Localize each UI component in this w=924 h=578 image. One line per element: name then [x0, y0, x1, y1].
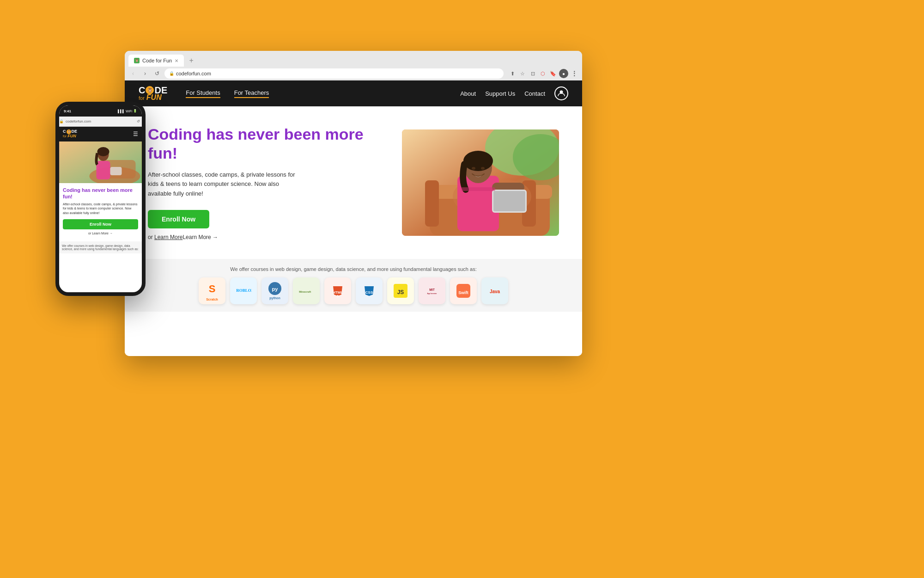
hero-image-svg [402, 129, 559, 236]
svg-rect-25 [461, 187, 495, 191]
forward-button[interactable]: › [140, 69, 150, 78]
lang-css3-icon: CSS [356, 277, 383, 304]
lang-html5-icon: HTML 5 [324, 277, 351, 304]
svg-point-22 [463, 151, 493, 171]
phone-hero-title: Coding has never been more fun! [63, 187, 138, 200]
site-logo: C 🦉 DE for FUN [139, 86, 167, 101]
browser-active-tab[interactable]: 🦉 Code for Fun ✕ [128, 55, 184, 67]
lang-python-icon: py python [261, 277, 288, 304]
svg-rect-20 [493, 191, 525, 211]
phone-hero-content: Coding has never been more fun! After-sc… [59, 183, 142, 239]
phone-logo-for: for [63, 135, 67, 138]
hero-title: Coding has never been more fun! [148, 125, 383, 163]
lang-scratch-icon: S Scratch [199, 277, 225, 304]
wifi-icon: WiFi [126, 110, 132, 113]
svg-text:HTML: HTML [333, 290, 343, 295]
browser-window: 🦉 Code for Fun ✕ + ‹ › ↺ 🔒 codeforfun.co… [125, 51, 582, 356]
phone-logo-fun: FUN [67, 134, 76, 139]
svg-text:Java: Java [490, 289, 500, 294]
lang-minecraft-icon: Minecraft [293, 277, 320, 304]
phone-status-icons: ▌▌▌ WiFi 🔋 [118, 109, 137, 113]
hero-section: Coding has never been more fun! After-sc… [125, 106, 582, 259]
nav-for-students[interactable]: For Students [186, 89, 220, 98]
mobile-phone: 9:41 ▌▌▌ WiFi 🔋 🔒 codeforfun.com ↺ C 🦉 D… [55, 102, 146, 296]
lang-js-icon: JS [387, 277, 414, 304]
lang-mit-icon: MIT App Inventor [419, 277, 445, 304]
back-button[interactable]: ‹ [128, 69, 138, 78]
nav-for-teachers[interactable]: For Teachers [234, 89, 269, 98]
lang-roblox-icon: ROBLOX [230, 277, 257, 304]
phone-learn-more[interactable]: or Learn More → [63, 232, 138, 235]
svg-text:App Inventor: App Inventor [427, 293, 438, 295]
phone-content: 🔒 codeforfun.com ↺ C 🦉 DE for FUN ☰ [59, 117, 142, 292]
phone-languages-text: We offer courses in web design, game des… [62, 244, 139, 251]
languages-description: We offer courses in web design, game des… [230, 266, 476, 272]
svg-rect-5 [110, 167, 122, 175]
tab-title: Code for Fun [142, 58, 172, 63]
svg-text:JS: JS [397, 289, 404, 295]
site-nav-right: About Support Us Contact [460, 86, 568, 100]
svg-text:py: py [272, 286, 279, 292]
star-icon[interactable]: ☆ [518, 69, 527, 78]
refresh-button[interactable]: ↺ [152, 69, 162, 78]
phone-enroll-button[interactable]: Enroll Now [63, 219, 138, 229]
phone-lock-icon: 🔒 [59, 119, 64, 123]
svg-text:S: S [209, 283, 216, 295]
phone-menu-icon[interactable]: ☰ [133, 131, 138, 137]
svg-rect-13 [425, 180, 439, 227]
learn-more-prefix: or [148, 234, 153, 240]
learn-more-link-text: Learn More [182, 234, 213, 240]
logo-for: for [139, 96, 145, 101]
learn-more-arrow: → [213, 234, 218, 240]
extension-icon[interactable]: ⬡ [539, 69, 547, 78]
svg-point-24 [481, 167, 485, 170]
phone-languages-section: We offer courses in web design, game des… [59, 241, 142, 253]
svg-text:5: 5 [337, 295, 339, 297]
lang-java-icon: Java [481, 277, 508, 304]
address-url: codeforfun.com [176, 71, 211, 76]
phone-url-bar[interactable]: 🔒 codeforfun.com ↺ [59, 117, 142, 127]
logo-fun: FUN [146, 94, 162, 101]
learn-more-section: or Learn MoreLearn More → [148, 234, 383, 240]
learn-more-link[interactable]: Learn More [154, 234, 182, 240]
hero-text: Coding has never been more fun! After-sc… [148, 125, 383, 240]
phone-status-bar: 9:41 ▌▌▌ WiFi 🔋 [59, 105, 142, 117]
camera-icon[interactable]: ⊡ [529, 69, 537, 78]
hero-description: After-school classes, code camps, & priv… [148, 170, 296, 199]
battery-icon: 🔋 [133, 109, 137, 113]
browser-action-icons: ⬆ ☆ ⊡ ⬡ 🔖 ● ⋮ [508, 69, 578, 78]
hero-image [402, 129, 559, 236]
address-bar[interactable]: 🔒 codeforfun.com [164, 68, 504, 79]
site-profile-icon[interactable] [554, 86, 568, 100]
svg-rect-4 [97, 161, 110, 179]
nav-about[interactable]: About [460, 90, 476, 97]
phone-logo-code: C [63, 129, 66, 134]
svg-text:CSS: CSS [365, 290, 373, 295]
svg-text:Minecraft: Minecraft [299, 290, 311, 293]
nav-support-us[interactable]: Support Us [485, 90, 515, 97]
bookmark-icon[interactable]: 🔖 [549, 69, 557, 78]
phone-hero-image [59, 141, 142, 183]
phone-navbar: C 🦉 DE for FUN ☰ [59, 127, 142, 141]
address-lock-icon: 🔒 [169, 71, 174, 76]
enroll-now-button[interactable]: Enroll Now [148, 210, 209, 228]
share-icon[interactable]: ⬆ [508, 69, 517, 78]
browser-controls-bar: ‹ › ↺ 🔒 codeforfun.com ⬆ ☆ ⊡ ⬡ 🔖 ● ⋮ [125, 67, 582, 80]
languages-bar: We offer courses in web design, game des… [125, 259, 582, 312]
phone-hero-svg [59, 141, 142, 183]
nav-contact[interactable]: Contact [524, 90, 545, 97]
signal-icon: ▌▌▌ [118, 110, 125, 113]
phone-hero-desc: After-school classes, code camps, & priv… [63, 202, 138, 215]
lang-swift-icon: Swift [450, 277, 477, 304]
new-tab-button[interactable]: + [186, 55, 197, 66]
svg-point-23 [472, 167, 475, 170]
profile-icon[interactable]: ● [559, 69, 568, 78]
phone-refresh-icon[interactable]: ↺ [137, 119, 140, 123]
site-nav-links: For Students For Teachers [186, 89, 460, 98]
svg-text:ROBLOX: ROBLOX [236, 288, 252, 293]
phone-logo: C 🦉 DE for FUN [63, 129, 77, 139]
tab-close-button[interactable]: ✕ [175, 58, 178, 63]
phone-url-text: codeforfun.com [66, 119, 91, 123]
browser-tabs-bar: 🦉 Code for Fun ✕ + [125, 51, 582, 67]
more-options-button[interactable]: ⋮ [570, 69, 578, 78]
